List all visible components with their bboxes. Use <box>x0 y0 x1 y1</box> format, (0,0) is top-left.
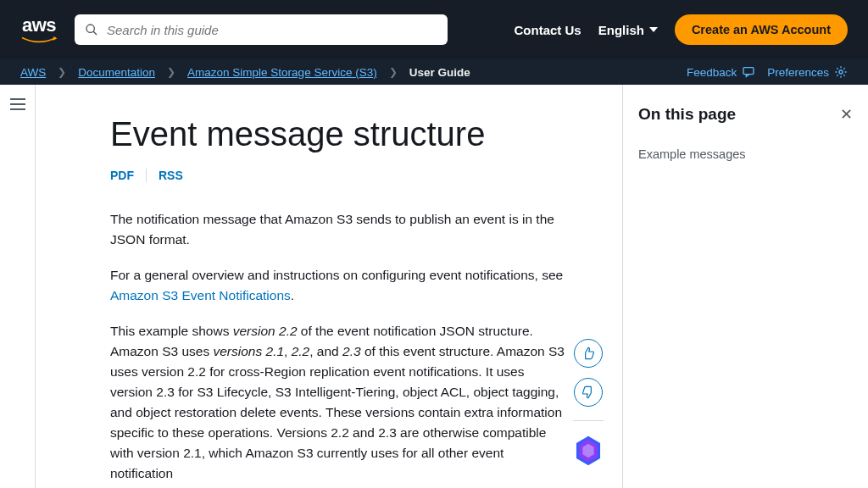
pdf-link[interactable]: PDF <box>110 169 147 182</box>
top-nav: aws Contact Us English Create an AWS Acc… <box>0 0 868 59</box>
breadcrumb: AWS ❯ Documentation ❯ Amazon Simple Stor… <box>0 59 868 85</box>
feedback-icon <box>742 65 755 79</box>
language-selector[interactable]: English <box>598 23 658 37</box>
chevron-right-icon: ❯ <box>58 66 66 78</box>
svg-point-0 <box>86 25 94 32</box>
toc-heading: On this page <box>638 105 853 124</box>
chevron-right-icon: ❯ <box>389 66 398 78</box>
preferences-label: Preferences <box>767 66 829 79</box>
thumbs-down-icon <box>581 385 595 399</box>
thumbs-down-button[interactable] <box>574 378 603 407</box>
close-panel-button[interactable]: ✕ <box>840 105 853 124</box>
caret-down-icon <box>649 27 658 32</box>
search-icon <box>85 23 98 36</box>
breadcrumb-documentation[interactable]: Documentation <box>78 66 155 79</box>
language-label: English <box>598 23 644 37</box>
feedback-link[interactable]: Feedback <box>687 65 755 79</box>
page-title: Event message structure <box>110 115 571 153</box>
amazon-q-icon[interactable] <box>574 435 603 467</box>
gear-icon <box>834 65 848 79</box>
create-account-button[interactable]: Create an AWS Account <box>675 14 848 45</box>
aws-smile-icon <box>20 36 58 45</box>
rss-link[interactable]: RSS <box>147 169 195 182</box>
search-box[interactable] <box>75 14 448 45</box>
preferences-link[interactable]: Preferences <box>767 65 848 79</box>
version-em: 2.2 <box>292 344 310 358</box>
text: For a general overview and instructions … <box>110 268 563 282</box>
text: This example shows <box>110 324 233 338</box>
feedback-label: Feedback <box>687 66 737 79</box>
event-notifications-link[interactable]: Amazon S3 Event Notifications <box>110 288 291 302</box>
svg-point-3 <box>839 70 843 74</box>
paragraph-1: The notification message that Amazon S3 … <box>110 209 568 250</box>
floating-actions <box>573 339 604 467</box>
text: , and <box>309 344 342 358</box>
paragraph-2: For a general overview and instructions … <box>110 265 568 306</box>
divider <box>573 420 604 421</box>
paragraph-3: This example shows version 2.2 of the ev… <box>110 321 568 484</box>
svg-rect-2 <box>743 68 754 75</box>
search-input[interactable] <box>107 23 437 37</box>
thumbs-up-icon <box>581 347 595 360</box>
version-em: versions 2.1 <box>213 344 284 358</box>
text: . <box>291 288 294 302</box>
chevron-right-icon: ❯ <box>167 66 175 78</box>
article-content: Event message structure PDF RSS The noti… <box>36 85 622 488</box>
version-em: 2.3 <box>342 344 361 358</box>
breadcrumb-current: User Guide <box>409 66 470 79</box>
left-rail <box>0 85 36 488</box>
aws-logo[interactable]: aws <box>20 14 58 45</box>
version-em: version 2.2 <box>233 324 298 338</box>
on-this-page-panel: ✕ On this page Example messages <box>622 85 868 488</box>
thumbs-up-button[interactable] <box>574 339 603 368</box>
aws-logo-text: aws <box>22 14 56 36</box>
contact-us-link[interactable]: Contact Us <box>515 23 581 37</box>
menu-toggle-button[interactable] <box>10 98 25 110</box>
text: of this event structure. Amazon S3 uses … <box>110 344 565 480</box>
breadcrumb-s3[interactable]: Amazon Simple Storage Service (S3) <box>187 66 377 79</box>
doc-format-links: PDF RSS <box>110 169 571 182</box>
breadcrumb-aws[interactable]: AWS <box>20 66 46 79</box>
main-row: Event message structure PDF RSS The noti… <box>0 85 868 488</box>
toc-example-messages[interactable]: Example messages <box>638 147 853 161</box>
svg-line-1 <box>93 31 97 35</box>
text: , <box>284 344 292 358</box>
